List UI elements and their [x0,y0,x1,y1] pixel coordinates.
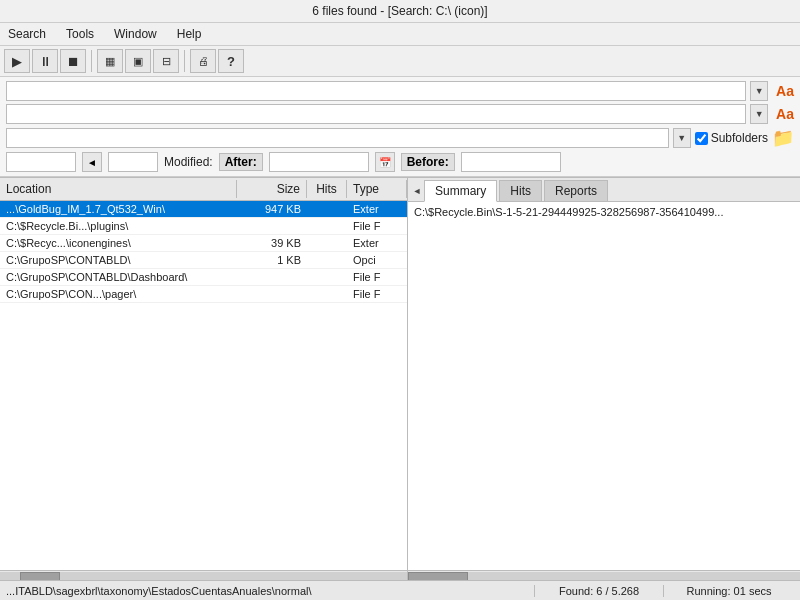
search-dropdown-2[interactable]: ▼ [750,104,768,124]
menu-search[interactable]: Search [4,25,50,43]
right-pane: ◄ Summary Hits Reports C:\$Recycle.Bin\S… [408,178,800,582]
cell-hits [307,219,347,233]
status-path: ...ITABLD\sagexbrl\taxonomy\EstadosCuent… [6,585,534,597]
col-hits-header[interactable]: Hits [307,180,347,198]
cell-location: C:\GrupoSP\CONTABLD\Dashboard\ [0,270,237,284]
left-pane: Location Size Hits Type ...\GoldBug_IM_1… [0,178,408,582]
col-size-header[interactable]: Size [237,180,307,198]
cell-hits [307,270,347,284]
view2-button[interactable]: ▣ [125,49,151,73]
main-content: Location Size Hits Type ...\GoldBug_IM_1… [0,177,800,582]
file-list: ...\GoldBug_IM_1.7_Qt532_Win\947 KBExter… [0,201,407,570]
cell-hits [307,236,347,250]
modified-label: Modified: [164,155,213,169]
table-row[interactable]: C:\$Recycle.Bi...\plugins\File F [0,218,407,235]
status-found: Found: 6 / 5.268 [534,585,664,597]
search-row-1: ▼ Aa [6,81,794,101]
status-bar: ...ITABLD\sagexbrl\taxonomy\EstadosCuent… [0,580,800,600]
after-label: After: [219,153,263,171]
toolbar: ▶ ⏸ ⏹ ▦ ▣ ⊟ 🖨 ? [0,46,800,77]
after-calendar-icon[interactable]: 📅 [375,152,395,172]
tabs-row: ◄ Summary Hits Reports [408,178,800,202]
search-dropdown-1[interactable]: ▼ [750,81,768,101]
cell-location: C:\GrupoSP\CONTABLD\ [0,253,237,267]
view3-button[interactable]: ⊟ [153,49,179,73]
size-input[interactable]: 0 [6,152,76,172]
table-row[interactable]: C:\GrupoSP\CONTABLD\Dashboard\File F [0,269,407,286]
cell-type: Exter [347,202,407,216]
pause-button[interactable]: ⏸ [32,49,58,73]
cell-size: 39 KB [237,236,307,250]
tab-prev-arrow[interactable]: ◄ [410,181,424,201]
menu-window[interactable]: Window [110,25,161,43]
menu-tools[interactable]: Tools [62,25,98,43]
cell-size [237,287,307,301]
subfolders-label[interactable]: Subfolders [695,131,768,145]
cell-location: ...\GoldBug_IM_1.7_Qt532_Win\ [0,202,237,216]
prev-btn[interactable]: ◄ [82,152,102,172]
after-input[interactable]: Today [269,152,369,172]
col-type-header[interactable]: Type [347,180,407,198]
path-row: \ ▼ Subfolders 📁 [6,127,794,149]
list-header: Location Size Hits Type [0,178,407,201]
status-running: Running: 01 secs [664,585,794,597]
font-aa-1[interactable]: Aa [776,83,794,99]
help-button[interactable]: ? [218,49,244,73]
play-button[interactable]: ▶ [4,49,30,73]
cell-location: C:\$Recyc...\iconengines\ [0,236,237,250]
cell-size: 1 KB [237,253,307,267]
menu-help[interactable]: Help [173,25,206,43]
col-location-header[interactable]: Location [0,180,237,198]
tab-reports[interactable]: Reports [544,180,608,201]
app-window: 6 files found - [Search: C:\ (icon)] Sea… [0,0,800,600]
path-dropdown[interactable]: ▼ [673,128,691,148]
cell-type: Opci [347,253,407,267]
cell-location: C:\GrupoSP\CON...\pager\ [0,287,237,301]
browse-folder-icon[interactable]: 📁 [772,127,794,149]
window-title: 6 files found - [Search: C:\ (icon)] [312,4,487,18]
cell-size [237,270,307,284]
table-row[interactable]: C:\GrupoSP\CON...\pager\File F [0,286,407,303]
tab-hits[interactable]: Hits [499,180,542,201]
table-row[interactable]: ...\GoldBug_IM_1.7_Qt532_Win\947 KBExter [0,201,407,218]
cell-hits [307,202,347,216]
subfolders-checkbox[interactable] [695,132,708,145]
cell-type: File F [347,287,407,301]
tab-summary[interactable]: Summary [424,180,497,202]
toolbar-separator-2 [184,50,185,72]
search-row-2: ▼ Aa [6,104,794,124]
stop-button[interactable]: ⏹ [60,49,86,73]
content-path: C:\$Recycle.Bin\S-1-5-21-294449925-32825… [414,206,723,218]
toolbar-separator-1 [91,50,92,72]
cell-type: File F [347,270,407,284]
cell-hits [307,253,347,267]
content-area: C:\$Recycle.Bin\S-1-5-21-294449925-32825… [408,202,800,570]
search-area: ▼ Aa ▼ Aa \ ▼ Subfolders 📁 0 ◄ 0 Modifie… [0,77,800,177]
search-input-2[interactable] [6,104,746,124]
size-value-input[interactable]: 0 [108,152,158,172]
print-button[interactable]: 🖨 [190,49,216,73]
path-input[interactable]: \ [6,128,669,148]
cell-size [237,219,307,233]
table-row[interactable]: C:\$Recyc...\iconengines\39 KBExter [0,235,407,252]
menu-bar: Search Tools Window Help [0,23,800,46]
view1-button[interactable]: ▦ [97,49,123,73]
cell-type: File F [347,219,407,233]
cell-size: 947 KB [237,202,307,216]
search-input-1[interactable] [6,81,746,101]
table-row[interactable]: C:\GrupoSP\CONTABLD\1 KBOpci [0,252,407,269]
title-bar: 6 files found - [Search: C:\ (icon)] [0,0,800,23]
font-aa-2[interactable]: Aa [776,106,794,122]
before-input[interactable]: Today [461,152,561,172]
filter-row: 0 ◄ 0 Modified: After: Today 📅 Before: T… [6,152,794,172]
cell-hits [307,287,347,301]
before-label: Before: [401,153,455,171]
cell-location: C:\$Recycle.Bi...\plugins\ [0,219,237,233]
cell-type: Exter [347,236,407,250]
